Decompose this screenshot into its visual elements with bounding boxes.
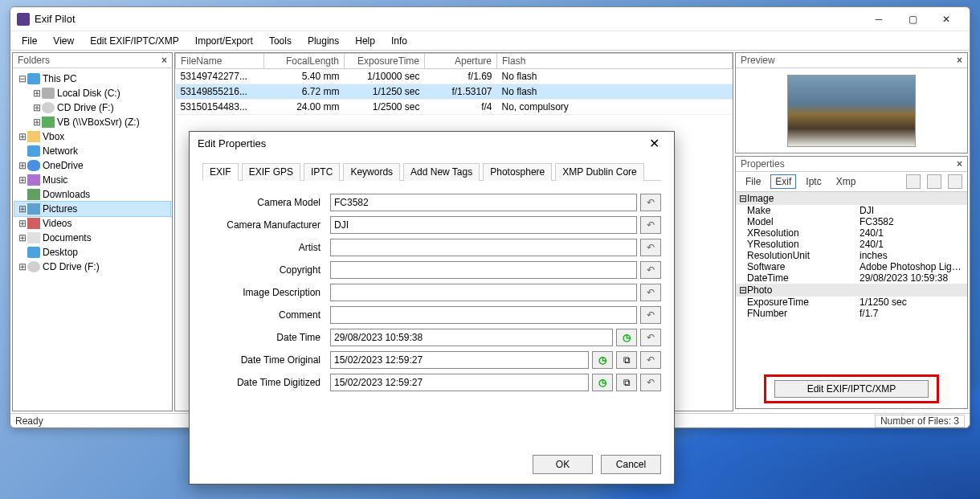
col-filename[interactable]: FileName (176, 54, 264, 69)
label-image-description: Image Description (202, 287, 327, 298)
tree-vbox[interactable]: Vbox (43, 131, 64, 142)
undo-icon[interactable]: ↶ (640, 374, 661, 391)
cancel-button[interactable]: Cancel (601, 455, 661, 474)
tree-downloads[interactable]: Downloads (43, 189, 90, 200)
dlg-tab-xmp-dublin[interactable]: XMP Dublin Core (555, 163, 643, 181)
group-image[interactable]: Image (747, 193, 774, 204)
highlight-annotation: Edit EXIF/IPTC/XMP (764, 374, 940, 403)
titlebar: Exif Pilot ─ ▢ ✕ (10, 7, 970, 31)
folder-tree[interactable]: ⊟This PC ⊞Local Disk (C:) ⊞CD Drive (F:)… (13, 68, 172, 411)
input-date-time-original[interactable] (330, 351, 589, 369)
copy-icon[interactable]: ⧉ (616, 351, 637, 369)
maximize-button[interactable]: ▢ (896, 8, 929, 31)
tab-iptc[interactable]: Iptc (801, 174, 826, 189)
tree-music[interactable]: Music (43, 174, 67, 186)
dlg-tab-photosphere[interactable]: Photosphere (483, 163, 552, 181)
table-row[interactable]: 53149855216...6.72 mm1/1250 secf/1.53107… (176, 84, 733, 100)
tree-desktop[interactable]: Desktop (43, 247, 78, 258)
preview-title: Preview (741, 55, 775, 66)
dialog-title: Edit Properties (198, 137, 643, 149)
undo-icon[interactable]: ↶ (640, 194, 661, 211)
dlg-tab-add-new-tags[interactable]: Add New Tags (403, 163, 480, 181)
clock-icon[interactable]: ◷ (616, 329, 637, 346)
copy-icon[interactable]: ⧉ (616, 374, 637, 391)
input-copyright[interactable] (330, 261, 637, 279)
folders-header: Folders × (13, 53, 172, 68)
edit-exif-button[interactable]: Edit EXIF/IPTC/XMP (774, 380, 929, 398)
menu-tools[interactable]: Tools (266, 34, 295, 48)
undo-icon[interactable]: ↶ (640, 239, 661, 256)
properties-panel: Properties× File Exif Iptc Xmp ⊟Image Ma… (735, 156, 968, 409)
undo-icon[interactable]: ↶ (640, 351, 661, 369)
menu-info[interactable]: Info (388, 34, 410, 48)
menubar: File View Edit EXIF/IPTC/XMP Import/Expo… (10, 31, 970, 51)
properties-close-icon[interactable]: × (957, 158, 962, 170)
grid-icon[interactable] (906, 174, 921, 189)
dlg-tab-exif[interactable]: EXIF (202, 163, 239, 181)
tree-network[interactable]: Network (43, 145, 78, 157)
menu-import-export[interactable]: Import/Export (192, 34, 256, 48)
tree-local-disk[interactable]: Local Disk (C:) (57, 88, 120, 99)
tree-onedrive[interactable]: OneDrive (43, 160, 84, 171)
globe-icon[interactable] (927, 174, 941, 189)
input-comment[interactable] (330, 306, 637, 324)
dlg-tab-iptc[interactable]: IPTC (304, 163, 340, 181)
group-photo[interactable]: Photo (747, 284, 772, 296)
menu-file[interactable]: File (18, 34, 40, 48)
tree-cd-drive[interactable]: CD Drive (F:) (57, 102, 114, 113)
tree-documents[interactable]: Documents (43, 232, 92, 243)
col-exposuretime[interactable]: ExposureTime (345, 54, 425, 69)
dlg-tab-exif-gps[interactable]: EXIF GPS (242, 163, 300, 181)
input-date-time-digitized[interactable] (330, 374, 589, 391)
properties-title: Properties (741, 158, 785, 170)
label-date-time: Date Time (202, 332, 327, 343)
undo-icon[interactable]: ↶ (640, 216, 661, 234)
label-comment: Comment (202, 309, 327, 321)
tree-videos[interactable]: Videos (43, 218, 71, 229)
tab-exif[interactable]: Exif (770, 174, 796, 189)
clock-icon[interactable]: ◷ (592, 351, 613, 369)
undo-icon[interactable]: ↶ (640, 329, 661, 346)
menu-view[interactable]: View (50, 34, 77, 48)
table-row[interactable]: 53150154483...24.00 mm1/2500 secf/4No, c… (176, 100, 733, 115)
ok-button[interactable]: OK (533, 455, 593, 474)
undo-icon[interactable]: ↶ (640, 306, 661, 324)
close-button[interactable]: ✕ (929, 8, 963, 31)
tree-cd-drive-2[interactable]: CD Drive (F:) (43, 261, 100, 272)
clock-icon[interactable]: ◷ (592, 374, 613, 391)
tab-file[interactable]: File (741, 174, 766, 189)
app-icon (17, 13, 30, 26)
edit-properties-dialog: Edit Properties ✕ EXIF EXIF GPS IPTC Key… (189, 131, 675, 485)
table-row[interactable]: 53149742277...5.40 mm1/10000 secf/1.69No… (176, 69, 733, 84)
copy-icon[interactable] (948, 174, 962, 189)
col-focallength[interactable]: FocalLength (264, 54, 345, 69)
input-date-time[interactable] (330, 329, 613, 346)
menu-plugins[interactable]: Plugins (304, 34, 342, 48)
input-camera-model[interactable] (330, 194, 637, 211)
minimize-button[interactable]: ─ (862, 8, 896, 31)
dlg-tab-keywords[interactable]: Keywords (343, 163, 400, 181)
label-artist: Artist (202, 242, 327, 253)
folders-close-icon[interactable]: × (161, 55, 167, 66)
tab-xmp[interactable]: Xmp (831, 174, 861, 189)
undo-icon[interactable]: ↶ (640, 261, 661, 279)
label-copyright: Copyright (202, 264, 327, 276)
label-date-time-original: Date Time Original (202, 354, 327, 366)
label-date-time-digitized: Date Time Digitized (202, 377, 327, 388)
preview-close-icon[interactable]: × (957, 55, 962, 66)
preview-panel: Preview× (735, 52, 968, 153)
app-title: Exif Pilot (35, 13, 862, 25)
input-artist[interactable] (330, 239, 637, 256)
input-camera-manufacturer[interactable] (330, 216, 637, 234)
label-camera-model: Camera Model (202, 197, 327, 208)
tree-pictures[interactable]: Pictures (43, 203, 77, 215)
col-aperture[interactable]: Aperture (425, 54, 497, 69)
undo-icon[interactable]: ↶ (640, 284, 661, 301)
tree-vbox-drive[interactable]: VB (\\VBoxSvr) (Z:) (57, 117, 140, 128)
dialog-close-button[interactable]: ✕ (643, 134, 666, 153)
tree-this-pc[interactable]: This PC (43, 73, 77, 84)
col-flash[interactable]: Flash (497, 54, 733, 69)
input-image-description[interactable] (330, 284, 637, 301)
menu-help[interactable]: Help (352, 34, 378, 48)
menu-edit-exif[interactable]: Edit EXIF/IPTC/XMP (87, 34, 182, 48)
